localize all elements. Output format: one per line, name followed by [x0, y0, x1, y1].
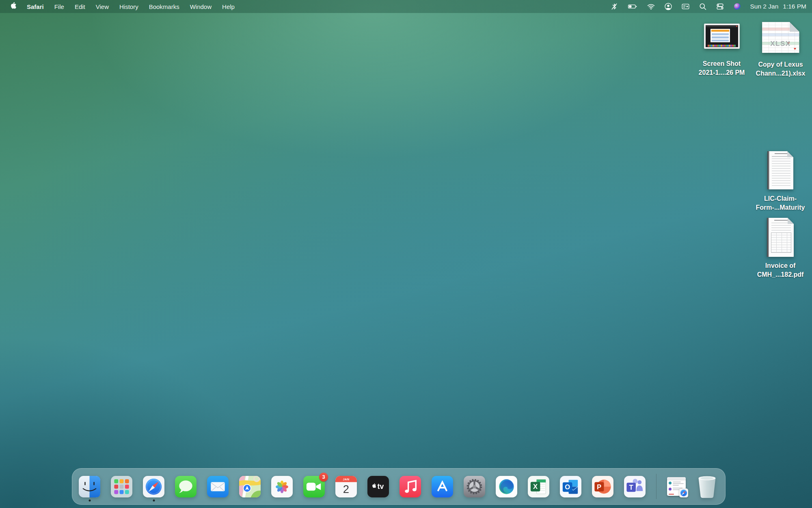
menu-bar-left: Safari File Edit View History Bookmarks … — [0, 0, 240, 13]
menu-view[interactable]: View — [91, 0, 114, 13]
finder-running-indicator — [89, 499, 91, 501]
dock-trash-icon[interactable] — [696, 475, 718, 499]
menu-bar-status-area: Sun 2 Jan 1:16 PM — [606, 0, 812, 13]
lic-file-label: LIC-Claim- Form-...Maturity — [756, 194, 805, 212]
clock-time: 1:16 PM — [783, 3, 806, 10]
dock-music-icon[interactable] — [400, 476, 421, 497]
dock-maps-icon[interactable] — [239, 476, 261, 497]
screenshot-file-label: Screen Shot 2021-1....26 PM — [699, 59, 745, 77]
dock-teams-icon[interactable]: T — [624, 476, 646, 497]
desktop-wallpaper[interactable]: Safari File Edit View History Bookmarks … — [0, 0, 812, 508]
dock-calendar-icon[interactable]: JAN 2 — [335, 476, 357, 497]
dock: 3 JAN 2 tv — [72, 468, 726, 505]
apple-logo-icon — [10, 2, 16, 11]
dock-edge-icon[interactable] — [496, 476, 517, 497]
menu-bar: Safari File Edit View History Bookmarks … — [0, 0, 812, 13]
menu-file[interactable]: File — [49, 0, 69, 13]
outlook-letter: O — [565, 483, 570, 491]
desktop-file-xlsx[interactable]: XLSX Copy of Lexus Chann...21).xlsx — [745, 22, 812, 78]
dock-mail-icon[interactable] — [207, 476, 229, 497]
user-account-icon[interactable] — [660, 0, 677, 13]
battery-icon[interactable] — [623, 0, 642, 13]
menu-edit[interactable]: Edit — [69, 0, 91, 13]
desktop-file-invoice-pdf[interactable]: Invoice of CMH_...182.pdf — [748, 218, 812, 279]
control-center-icon[interactable] — [711, 0, 729, 13]
wifi-icon[interactable] — [642, 0, 660, 13]
dock-facetime-icon[interactable]: 3 — [303, 476, 325, 497]
dock-powerpoint-icon[interactable]: P — [592, 476, 613, 497]
excel-letter: X — [533, 483, 538, 491]
dock-outlook-icon[interactable]: O — [560, 476, 581, 497]
facetime-notification-badge: 3 — [319, 473, 328, 482]
siri-icon[interactable] — [729, 0, 746, 13]
bluetooth-off-icon[interactable] — [606, 0, 623, 13]
dock-finder-icon[interactable] — [79, 476, 100, 497]
dock-photos-icon[interactable] — [271, 476, 293, 497]
safari-running-indicator — [153, 499, 155, 501]
dock-launchpad-icon[interactable] — [111, 476, 132, 497]
menu-help[interactable]: Help — [217, 0, 240, 13]
menu-bookmarks[interactable]: Bookmarks — [144, 0, 185, 13]
pdf-file-icon — [767, 218, 794, 257]
minimized-safari-window[interactable] — [667, 477, 686, 496]
dock-messages-icon[interactable] — [175, 476, 197, 497]
excel-file-icon: XLSX — [762, 22, 799, 53]
xlsx-file-label: Copy of Lexus Chann...21).xlsx — [756, 60, 806, 78]
calendar-month-text: JAN — [343, 477, 349, 481]
tv-text: tv — [378, 482, 384, 490]
dock-app-store-icon[interactable] — [432, 476, 453, 497]
menu-history[interactable]: History — [114, 0, 144, 13]
clock-date: Sun 2 Jan — [750, 3, 778, 10]
document-file-icon — [767, 151, 793, 189]
spotlight-search-icon[interactable] — [694, 0, 711, 13]
apple-menu[interactable] — [5, 0, 22, 13]
menu-window[interactable]: Window — [185, 0, 217, 13]
safari-badge-icon — [679, 488, 688, 497]
menu-clock[interactable]: Sun 2 Jan 1:16 PM — [750, 3, 806, 10]
desktop-file-lic-claim[interactable]: LIC-Claim- Form-...Maturity — [748, 151, 812, 212]
dock-system-preferences-icon[interactable] — [464, 476, 485, 497]
dock-divider — [656, 474, 657, 499]
invoice-file-label: Invoice of CMH_...182.pdf — [757, 261, 804, 279]
menu-app-name[interactable]: Safari — [22, 0, 49, 13]
dock-safari-icon[interactable] — [143, 476, 164, 497]
keyboard-input-icon[interactable] — [677, 0, 694, 13]
powerpoint-letter: P — [597, 483, 601, 491]
screenshot-file-icon — [704, 24, 740, 49]
dock-apple-tv-icon[interactable]: tv — [367, 476, 389, 497]
xlsx-watermark: XLSX — [762, 40, 799, 48]
teams-letter: T — [629, 483, 633, 491]
dock-excel-icon[interactable]: X — [528, 476, 549, 497]
calendar-day-text: 2 — [343, 483, 349, 495]
